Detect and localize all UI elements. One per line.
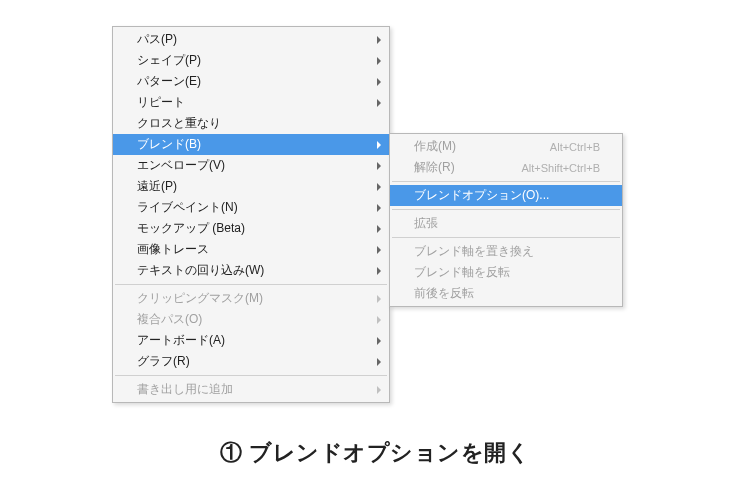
sub-menu-item: 前後を反転 [390,283,622,304]
menu-item-label: ライブペイント(N) [137,199,367,216]
main-menu-item[interactable]: グラフ(R) [113,351,389,372]
menu-item-label: 複合パス(O) [137,311,367,328]
sub-menu-item: 解除(R)Alt+Shift+Ctrl+B [390,157,622,178]
menu-item-label: クロスと重なり [137,115,367,132]
sub-menu-item: 作成(M)Alt+Ctrl+B [390,136,622,157]
menu-item-label: 画像トレース [137,241,367,258]
menu-item-shortcut: Alt+Ctrl+B [550,141,600,153]
menu-item-shortcut: Alt+Shift+Ctrl+B [521,162,600,174]
menu-item-label: 遠近(P) [137,178,367,195]
main-menu-item[interactable]: シェイプ(P) [113,50,389,71]
chevron-right-icon [377,337,381,345]
sub-menu-item: ブレンド軸を反転 [390,262,622,283]
chevron-right-icon [377,141,381,149]
menu-item-label: リピート [137,94,367,111]
chevron-right-icon [377,99,381,107]
menu-item-label: 解除(R) [414,159,521,176]
sub-menu-divider [392,181,620,182]
menu-item-label: 前後を反転 [414,285,600,302]
menu-item-label: 作成(M) [414,138,550,155]
main-menu-item: クリッピングマスク(M) [113,288,389,309]
main-menu-divider [115,375,387,376]
main-menu-item[interactable]: テキストの回り込み(W) [113,260,389,281]
menu-item-label: パス(P) [137,31,367,48]
sub-menu-item: ブレンド軸を置き換え [390,241,622,262]
main-menu-item[interactable]: 画像トレース [113,239,389,260]
menu-item-label: ブレンド軸を置き換え [414,243,600,260]
context-menu-main: パス(P)シェイプ(P)パターン(E)リピートクロスと重なりブレンド(B)エンベ… [112,26,390,403]
main-menu-item[interactable]: 遠近(P) [113,176,389,197]
main-menu-item: 複合パス(O) [113,309,389,330]
sub-menu-divider [392,237,620,238]
chevron-right-icon [377,246,381,254]
menu-item-label: アートボード(A) [137,332,367,349]
main-menu-item[interactable]: ライブペイント(N) [113,197,389,218]
main-menu-item[interactable]: アートボード(A) [113,330,389,351]
main-menu-item[interactable]: パス(P) [113,29,389,50]
chevron-right-icon [377,78,381,86]
chevron-right-icon [377,386,381,394]
menu-item-label: シェイプ(P) [137,52,367,69]
chevron-right-icon [377,316,381,324]
menu-item-label: ブレンドオプション(O)... [414,187,600,204]
main-menu-item[interactable]: リピート [113,92,389,113]
chevron-right-icon [377,295,381,303]
sub-menu-item: 拡張 [390,213,622,234]
menu-item-label: クリッピングマスク(M) [137,290,367,307]
menu-item-label: グラフ(R) [137,353,367,370]
menu-item-label: パターン(E) [137,73,367,90]
sub-menu-divider [392,209,620,210]
main-menu-item[interactable]: パターン(E) [113,71,389,92]
menu-item-label: ブレンド(B) [137,136,367,153]
chevron-right-icon [377,36,381,44]
chevron-right-icon [377,183,381,191]
main-menu-divider [115,284,387,285]
context-menu-blend: 作成(M)Alt+Ctrl+B解除(R)Alt+Shift+Ctrl+Bブレンド… [389,133,623,307]
chevron-right-icon [377,358,381,366]
menu-item-label: 拡張 [414,215,600,232]
chevron-right-icon [377,57,381,65]
chevron-right-icon [377,225,381,233]
chevron-right-icon [377,267,381,275]
main-menu-item[interactable]: クロスと重なり [113,113,389,134]
main-menu-item: 書き出し用に追加 [113,379,389,400]
main-menu-item[interactable]: エンベロープ(V) [113,155,389,176]
sub-menu-item[interactable]: ブレンドオプション(O)... [390,185,622,206]
menu-item-label: 書き出し用に追加 [137,381,367,398]
menu-item-label: モックアップ (Beta) [137,220,367,237]
main-menu-item[interactable]: モックアップ (Beta) [113,218,389,239]
menu-item-label: ブレンド軸を反転 [414,264,600,281]
chevron-right-icon [377,204,381,212]
menu-item-label: テキストの回り込み(W) [137,262,367,279]
chevron-right-icon [377,162,381,170]
main-menu-item[interactable]: ブレンド(B) [113,134,389,155]
menu-item-label: エンベロープ(V) [137,157,367,174]
caption-step: ① ブレンドオプションを開く [0,438,750,468]
